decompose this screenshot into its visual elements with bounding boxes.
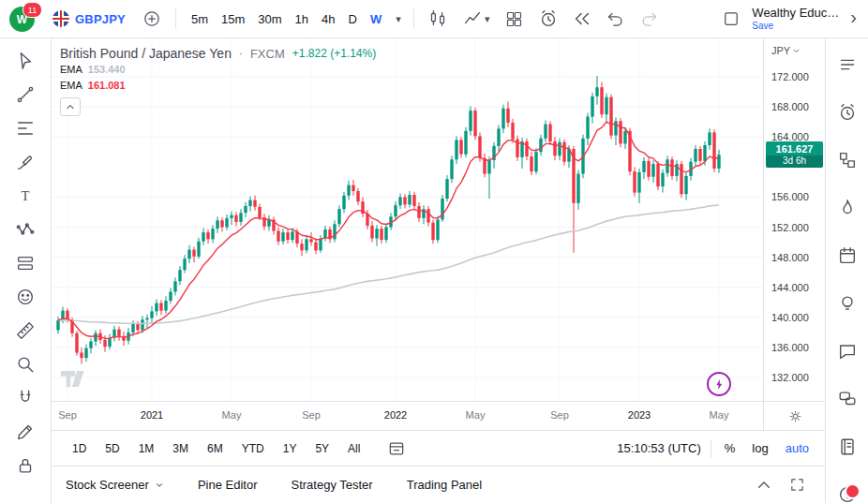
tool-trend-line-button[interactable] xyxy=(11,81,39,108)
interval-15m[interactable]: 15m xyxy=(215,6,251,32)
price-tick: 168.000 xyxy=(771,100,809,113)
range-5y-button[interactable]: 5Y xyxy=(307,437,337,460)
save-link[interactable]: Save xyxy=(752,21,773,31)
price-scale-currency[interactable]: JPY xyxy=(771,45,801,56)
range-1d-button[interactable]: 1D xyxy=(64,437,95,460)
panel-hotlists-button[interactable] xyxy=(833,195,861,221)
chart-style-button[interactable] xyxy=(423,4,453,34)
time-axis-label: May xyxy=(466,409,486,421)
create-alert-button[interactable] xyxy=(533,4,563,34)
interval-30m[interactable]: 30m xyxy=(251,6,288,32)
chart-settings-corner[interactable] xyxy=(763,402,826,430)
tool-forecast-button[interactable] xyxy=(11,250,39,276)
tool-pattern-button[interactable] xyxy=(11,216,39,243)
topbar-chevron-right-icon[interactable]: › xyxy=(845,7,859,31)
panel-watchlist-button[interactable] xyxy=(833,52,861,78)
tool-measure-button[interactable] xyxy=(11,318,39,344)
time-axis[interactable]: Sep2021MaySep2022MaySep2023May xyxy=(51,401,826,430)
symbol-search-button[interactable]: GBPJPY xyxy=(45,5,133,33)
range-6m-button[interactable]: 6M xyxy=(199,437,232,460)
server-clock[interactable]: 15:10:53 (UTC) xyxy=(617,441,701,455)
range-all-button[interactable]: All xyxy=(339,437,368,460)
indicator-legend: EMA153.440EMA161.081 xyxy=(60,61,376,93)
range-1y-button[interactable]: 1Y xyxy=(275,437,306,460)
undo-button[interactable] xyxy=(601,4,631,34)
auto-scale-button[interactable]: auto xyxy=(782,441,813,455)
calendar-icon xyxy=(837,245,858,266)
tab-stock-screener[interactable]: Stock Screener xyxy=(66,478,164,492)
interval-D[interactable]: D xyxy=(342,6,364,32)
time-axis-label: May xyxy=(222,409,242,421)
layout-name: Wealthy Educ… xyxy=(752,7,839,20)
layout-save-group: Wealthy Educ… Save › xyxy=(716,4,859,34)
legend-collapse-button[interactable] xyxy=(60,97,81,116)
tab-strategy-tester[interactable]: Strategy Tester xyxy=(291,478,372,492)
home-button[interactable]: W 11 xyxy=(9,5,37,33)
panel-notebook-button[interactable] xyxy=(833,434,861,460)
bar-replay-button[interactable] xyxy=(567,4,597,34)
fib-retracement-icon xyxy=(15,118,36,139)
range-ytd-button[interactable]: YTD xyxy=(233,437,273,460)
compare-add-symbol-button[interactable] xyxy=(137,4,167,34)
layout-name-button[interactable]: Wealthy Educ… Save xyxy=(752,7,839,30)
percent-scale-button[interactable]: % xyxy=(721,441,740,455)
indicator-row-ema-1[interactable]: EMA161.081 xyxy=(60,77,376,93)
redo-arrow-icon xyxy=(639,9,659,29)
indicator-row-ema-0[interactable]: EMA153.440 xyxy=(60,61,376,77)
chart-row: British Pound / Japanese Yen · FXCM +1.8… xyxy=(51,38,826,401)
price-scale[interactable]: JPY 172.000168.000164.000156.000152.0001… xyxy=(763,38,826,401)
layout-grid-button[interactable] xyxy=(500,4,530,34)
lightning-badge[interactable] xyxy=(707,372,731,396)
pattern-icon xyxy=(15,219,36,240)
price-tick: 172.000 xyxy=(771,70,809,83)
interval-chevron-down-icon[interactable]: ▾ xyxy=(392,13,405,25)
interval-5m[interactable]: 5m xyxy=(185,6,215,32)
chat-icon xyxy=(837,341,858,362)
interval-1h[interactable]: 1h xyxy=(289,6,315,32)
tool-fib-retracement-button[interactable] xyxy=(11,115,39,141)
redo-button[interactable] xyxy=(635,4,665,34)
indicator-label: EMA xyxy=(60,64,82,75)
range-1m-button[interactable]: 1M xyxy=(130,437,163,460)
panel-object-tree-button[interactable] xyxy=(833,147,861,173)
time-axis-label: Sep xyxy=(58,409,77,421)
panel-chat-button[interactable] xyxy=(833,338,861,364)
panel-private-chat-button[interactable] xyxy=(833,386,861,412)
panel-calendar-button[interactable] xyxy=(833,243,861,269)
panel-expand-button[interactable] xyxy=(756,477,772,494)
tool-emoji-button[interactable] xyxy=(11,284,39,310)
tool-brush-button[interactable] xyxy=(11,149,39,175)
last-price-label: 161.6273d 6h xyxy=(766,141,823,168)
tab-trading-panel[interactable]: Trading Panel xyxy=(407,478,482,492)
panel-ideas-button[interactable] xyxy=(833,290,861,317)
tool-zoom-button[interactable] xyxy=(11,351,39,377)
forecast-icon xyxy=(15,253,36,274)
tab-pine-editor[interactable]: Pine Editor xyxy=(198,478,258,492)
go-to-date-button[interactable] xyxy=(387,439,406,458)
time-axis-label: 2022 xyxy=(384,409,407,421)
panel-alerts-button[interactable] xyxy=(833,99,861,126)
fullscreen-button[interactable] xyxy=(789,477,805,493)
range-3m-button[interactable]: 3M xyxy=(164,437,197,460)
notebook-icon xyxy=(837,436,858,457)
chart-canvas[interactable]: British Pound / Japanese Yen · FXCM +1.8… xyxy=(51,38,763,401)
alerts-icon xyxy=(837,102,858,123)
tool-edit-button[interactable] xyxy=(11,419,39,445)
price-tick: 132.000 xyxy=(771,371,809,384)
range-5d-button[interactable]: 5D xyxy=(97,437,127,460)
tool-lock-button[interactable] xyxy=(11,452,39,479)
tool-text-button[interactable]: T xyxy=(11,183,39,209)
interval-W[interactable]: W xyxy=(364,6,388,32)
tool-magnet-button[interactable] xyxy=(11,385,39,411)
save-layout-checkbox[interactable] xyxy=(716,4,746,34)
interval-4h[interactable]: 4h xyxy=(315,6,341,32)
top-toolbar: W 11 GBPJPY 5m15m30m1h4hDW ▾ ▾ Wealthy E… xyxy=(0,0,868,38)
indicators-button[interactable]: ▾ xyxy=(456,4,496,34)
watchlist-icon xyxy=(837,54,858,75)
log-scale-button[interactable]: log xyxy=(748,441,771,455)
symbol-title[interactable]: British Pound / Japanese Yen xyxy=(60,46,232,61)
lightning-icon xyxy=(713,378,726,391)
tool-cursor-button[interactable] xyxy=(11,48,39,74)
chevron-up-icon xyxy=(756,477,772,494)
svg-text:T: T xyxy=(22,188,30,203)
